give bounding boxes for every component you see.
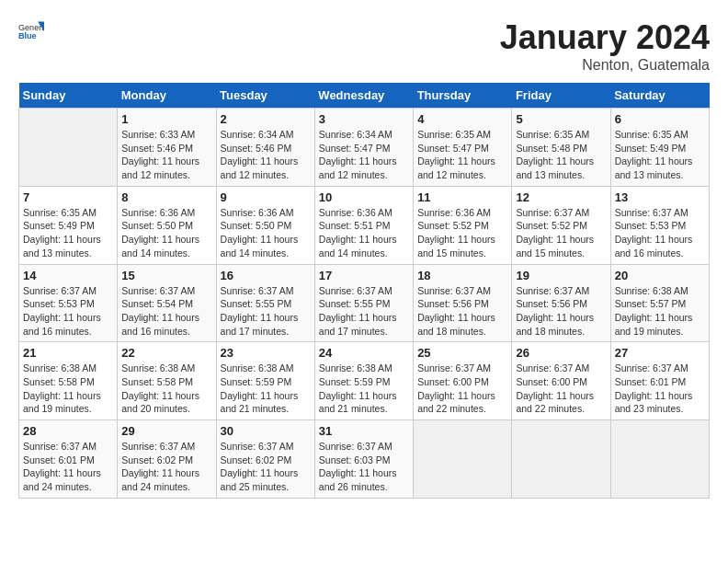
day-info: Daylight: 11 hours and 16 minutes. (121, 311, 211, 338)
day-number: 29 (121, 424, 211, 438)
day-info: Sunrise: 6:37 AM (221, 284, 311, 298)
day-info: Sunrise: 6:37 AM (516, 362, 606, 375)
day-info: Sunset: 5:59 PM (221, 375, 311, 389)
calendar-week-2: 7Sunrise: 6:35 AMSunset: 5:49 PMDaylight… (19, 186, 710, 264)
day-info: Sunrise: 6:37 AM (23, 284, 113, 298)
col-thursday: Thursday (414, 83, 512, 109)
day-info: Daylight: 11 hours and 15 minutes. (417, 233, 507, 259)
day-info: Daylight: 11 hours and 26 minutes. (319, 466, 409, 493)
day-number: 22 (121, 346, 211, 360)
day-info: Sunrise: 6:36 AM (319, 206, 409, 220)
day-info: Sunrise: 6:37 AM (221, 440, 311, 454)
day-info: Sunset: 5:53 PM (615, 219, 705, 233)
day-info: Daylight: 11 hours and 23 minutes. (615, 389, 705, 416)
day-info: Daylight: 11 hours and 12 minutes. (221, 155, 311, 181)
calendar-cell: 3Sunrise: 6:34 AMSunset: 5:47 PMDaylight… (314, 109, 413, 187)
day-number: 31 (319, 424, 409, 438)
page-subtitle: Nenton, Guatemala (500, 57, 710, 74)
day-info: Sunrise: 6:37 AM (121, 440, 211, 454)
day-info: Sunset: 5:46 PM (121, 142, 211, 155)
day-number: 11 (417, 190, 507, 204)
logo-icon: General Blue (18, 18, 44, 44)
day-info: Daylight: 11 hours and 12 minutes. (121, 155, 211, 181)
day-info: Daylight: 11 hours and 12 minutes. (319, 155, 409, 181)
day-info: Sunrise: 6:33 AM (121, 128, 211, 142)
calendar-week-4: 21Sunrise: 6:38 AMSunset: 5:58 PMDayligh… (19, 342, 710, 420)
day-info: Daylight: 11 hours and 19 minutes. (615, 311, 705, 338)
day-info: Sunrise: 6:36 AM (221, 206, 311, 220)
calendar-cell: 29Sunrise: 6:37 AMSunset: 6:02 PMDayligh… (118, 420, 216, 499)
day-number: 30 (221, 424, 311, 438)
day-info: Sunset: 5:57 PM (615, 297, 705, 311)
calendar-cell: 17Sunrise: 6:37 AMSunset: 5:55 PMDayligh… (314, 264, 413, 342)
calendar-cell: 2Sunrise: 6:34 AMSunset: 5:46 PMDaylight… (216, 109, 314, 187)
day-number: 17 (319, 269, 409, 282)
calendar-cell: 21Sunrise: 6:38 AMSunset: 5:58 PMDayligh… (19, 342, 118, 420)
day-info: Sunset: 5:58 PM (121, 375, 211, 389)
calendar-header: Sunday Monday Tuesday Wednesday Thursday… (19, 83, 710, 109)
day-info: Sunset: 5:51 PM (319, 219, 409, 233)
day-info: Daylight: 11 hours and 19 minutes. (23, 389, 113, 416)
day-info: Sunrise: 6:37 AM (23, 440, 113, 454)
day-info: Daylight: 11 hours and 18 minutes. (516, 311, 606, 338)
calendar-table: Sunday Monday Tuesday Wednesday Thursday… (18, 83, 710, 499)
day-info: Sunrise: 6:38 AM (615, 284, 705, 298)
page-header: General Blue January 2024 Nenton, Guatem… (18, 18, 710, 74)
day-info: Sunrise: 6:37 AM (516, 284, 606, 298)
day-info: Sunset: 6:01 PM (23, 454, 113, 467)
day-info: Daylight: 11 hours and 17 minutes. (319, 311, 409, 338)
day-number: 20 (615, 269, 705, 282)
calendar-cell: 14Sunrise: 6:37 AMSunset: 5:53 PMDayligh… (19, 264, 118, 342)
day-number: 23 (221, 346, 311, 360)
day-number: 1 (121, 112, 211, 126)
day-info: Sunset: 5:59 PM (319, 375, 409, 389)
day-info: Daylight: 11 hours and 22 minutes. (516, 389, 606, 416)
calendar-cell: 7Sunrise: 6:35 AMSunset: 5:49 PMDaylight… (19, 186, 118, 264)
day-info: Sunset: 5:47 PM (319, 142, 409, 155)
day-info: Daylight: 11 hours and 22 minutes. (417, 389, 507, 416)
day-info: Daylight: 11 hours and 16 minutes. (615, 233, 705, 259)
col-monday: Monday (118, 83, 216, 109)
day-info: Sunset: 6:00 PM (516, 375, 606, 389)
calendar-cell: 15Sunrise: 6:37 AMSunset: 5:54 PMDayligh… (118, 264, 216, 342)
calendar-cell: 22Sunrise: 6:38 AMSunset: 5:58 PMDayligh… (118, 342, 216, 420)
day-info: Sunset: 5:48 PM (516, 142, 606, 155)
header-row: Sunday Monday Tuesday Wednesday Thursday… (19, 83, 710, 109)
col-friday: Friday (512, 83, 610, 109)
day-number: 19 (516, 269, 606, 282)
calendar-cell (414, 420, 512, 499)
day-number: 8 (121, 190, 211, 204)
col-sunday: Sunday (19, 83, 118, 109)
day-info: Sunrise: 6:37 AM (417, 362, 507, 375)
day-number: 13 (615, 190, 705, 204)
day-info: Sunrise: 6:35 AM (615, 128, 705, 142)
day-info: Daylight: 11 hours and 14 minutes. (319, 233, 409, 259)
day-info: Daylight: 11 hours and 13 minutes. (516, 155, 606, 181)
logo: General Blue (18, 18, 44, 44)
day-info: Sunset: 5:53 PM (23, 297, 113, 311)
day-info: Sunset: 5:56 PM (417, 297, 507, 311)
day-info: Daylight: 11 hours and 13 minutes. (23, 233, 113, 259)
day-info: Sunset: 5:50 PM (221, 219, 311, 233)
day-info: Daylight: 11 hours and 21 minutes. (221, 389, 311, 416)
day-info: Sunrise: 6:37 AM (319, 440, 409, 454)
day-number: 18 (417, 269, 507, 282)
calendar-body: 1Sunrise: 6:33 AMSunset: 5:46 PMDaylight… (19, 109, 710, 499)
day-info: Daylight: 11 hours and 24 minutes. (121, 466, 211, 493)
day-info: Sunrise: 6:36 AM (417, 206, 507, 220)
page-title: January 2024 (500, 18, 710, 57)
day-info: Sunset: 5:54 PM (121, 297, 211, 311)
calendar-cell: 24Sunrise: 6:38 AMSunset: 5:59 PMDayligh… (314, 342, 413, 420)
day-info: Daylight: 11 hours and 24 minutes. (23, 466, 113, 493)
day-number: 24 (319, 346, 409, 360)
day-number: 3 (319, 112, 409, 126)
calendar-cell (610, 420, 709, 499)
day-number: 26 (516, 346, 606, 360)
day-number: 10 (319, 190, 409, 204)
day-info: Sunset: 6:02 PM (121, 454, 211, 467)
calendar-cell: 28Sunrise: 6:37 AMSunset: 6:01 PMDayligh… (19, 420, 118, 499)
day-number: 14 (23, 269, 113, 282)
calendar-cell: 5Sunrise: 6:35 AMSunset: 5:48 PMDaylight… (512, 109, 610, 187)
calendar-cell: 8Sunrise: 6:36 AMSunset: 5:50 PMDaylight… (118, 186, 216, 264)
calendar-cell: 10Sunrise: 6:36 AMSunset: 5:51 PMDayligh… (314, 186, 413, 264)
